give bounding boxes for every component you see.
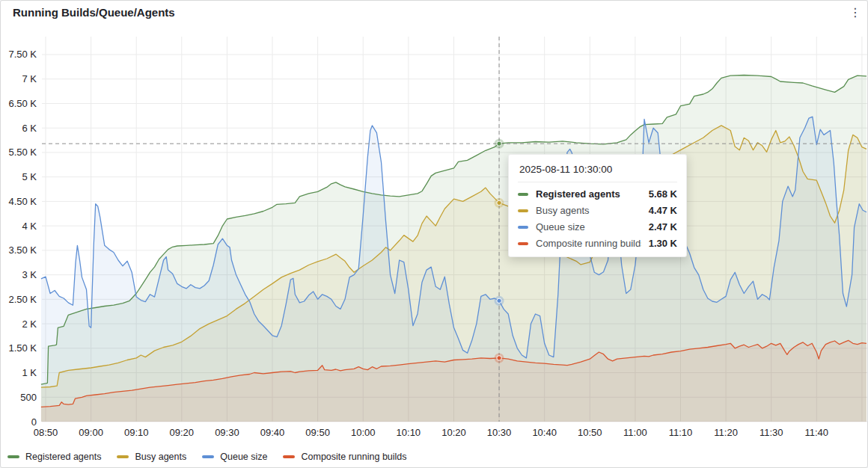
x-axis-tick-label: 09:40 — [260, 427, 285, 438]
x-axis-tick-label: 10:20 — [441, 427, 466, 438]
grafana-panel: Running Builds/Queue/Agents ⋮ 05001 K1.5… — [0, 0, 868, 468]
legend-item[interactable]: Registered agents — [7, 452, 101, 462]
y-axis-tick-label: 3 K — [22, 269, 37, 280]
tooltip-series-value: 4.47 K — [649, 205, 677, 216]
tooltip-row: Queue size2.47 K — [518, 221, 677, 233]
tooltip-row: Composite running builds1.30 K — [518, 238, 677, 249]
series-color-swatch-icon — [202, 455, 214, 458]
x-axis-tick-label: 11:40 — [805, 427, 829, 438]
tooltip-series-label: Queue size — [536, 221, 641, 233]
y-axis-tick-label: 6 K — [22, 123, 37, 134]
hover-dot — [497, 200, 501, 205]
hover-dot — [497, 141, 501, 146]
y-axis-tick-label: 5 K — [22, 171, 37, 182]
y-axis-tick-label: 5.50 K — [8, 147, 37, 158]
legend-item[interactable]: Composite running builds — [283, 452, 406, 462]
kebab-menu-icon: ⋮ — [849, 6, 861, 19]
tooltip-row: Busy agents4.47 K — [518, 205, 677, 216]
y-axis-tick-label: 6.50 K — [8, 98, 37, 109]
x-axis-tick-label: 09:50 — [305, 427, 330, 438]
x-axis-tick-label: 10:40 — [532, 427, 557, 438]
x-axis-tick-label: 10:50 — [578, 427, 602, 438]
panel-title: Running Builds/Queue/Agents — [13, 6, 175, 19]
time-series-chart[interactable]: 05001 K1.50 K2 K2.50 K3 K3.50 K4 K4.50 K… — [1, 1, 868, 443]
series-color-swatch-icon — [518, 193, 528, 196]
y-axis-tick-label: 4 K — [22, 221, 37, 232]
x-axis-tick-label: 11:10 — [669, 427, 693, 438]
legend-item-label: Registered agents — [25, 452, 101, 462]
tooltip-series-value: 1.30 K — [649, 238, 677, 249]
x-axis-tick-label: 09:00 — [79, 427, 103, 438]
y-axis-tick-label: 500 — [20, 392, 37, 403]
chart-legend: Registered agentsBusy agentsQueue sizeCo… — [7, 452, 407, 462]
legend-item[interactable]: Busy agents — [117, 452, 186, 462]
series-color-swatch-icon — [518, 242, 528, 245]
x-axis-tick-label: 11:30 — [760, 427, 783, 438]
legend-item-label: Composite running builds — [301, 452, 406, 462]
series-color-swatch-icon — [518, 209, 528, 212]
legend-item-label: Busy agents — [135, 452, 186, 462]
y-axis-tick-label: 0 — [31, 416, 37, 428]
series-color-swatch-icon — [518, 226, 528, 229]
series-color-swatch-icon — [117, 455, 129, 458]
y-axis-tick-label: 4.50 K — [8, 196, 37, 207]
y-axis-tick-label: 1 K — [22, 367, 37, 378]
panel-menu-button[interactable]: ⋮ — [846, 4, 864, 22]
hover-dot — [497, 298, 501, 303]
y-axis-tick-label: 7.50 K — [8, 49, 37, 60]
tooltip-series-value: 2.47 K — [649, 221, 677, 233]
x-axis-tick-label: 10:30 — [487, 427, 512, 438]
y-axis-tick-label: 2.50 K — [8, 294, 37, 305]
x-axis-tick-label: 09:30 — [215, 427, 239, 438]
x-axis-tick-label: 09:10 — [124, 427, 149, 438]
x-axis-tick-label: 09:20 — [170, 427, 195, 438]
x-axis-tick-label: 11:20 — [714, 427, 738, 438]
series-color-swatch-icon — [7, 455, 19, 458]
tooltip-timestamp: 2025-08-11 10:30:00 — [518, 162, 677, 182]
panel-header: Running Builds/Queue/Agents ⋮ — [1, 1, 867, 23]
legend-item[interactable]: Queue size — [202, 452, 267, 462]
tooltip-series-label: Composite running builds — [536, 238, 641, 249]
tooltip-series-label: Busy agents — [536, 205, 641, 216]
x-axis-tick-label: 10:10 — [397, 427, 421, 438]
hover-dot — [497, 356, 501, 360]
y-axis-tick-label: 7 K — [22, 73, 37, 84]
chart-tooltip: 2025-08-11 10:30:00 Registered agents5.6… — [508, 154, 687, 257]
y-axis-tick-label: 1.50 K — [8, 342, 37, 354]
tooltip-rows: Registered agents5.68 KBusy agents4.47 K… — [518, 182, 677, 249]
x-axis-tick-label: 08:50 — [34, 427, 58, 438]
series-color-swatch-icon — [283, 455, 295, 458]
x-axis-tick-label: 11:00 — [623, 427, 647, 438]
tooltip-row: Registered agents5.68 K — [518, 188, 677, 200]
y-axis-tick-label: 3.50 K — [8, 244, 37, 256]
x-axis-tick-label: 10:00 — [351, 427, 376, 438]
y-axis-tick-label: 2 K — [22, 318, 37, 330]
legend-item-label: Queue size — [220, 452, 267, 462]
tooltip-series-label: Registered agents — [536, 188, 641, 200]
tooltip-series-value: 5.68 K — [649, 188, 677, 200]
